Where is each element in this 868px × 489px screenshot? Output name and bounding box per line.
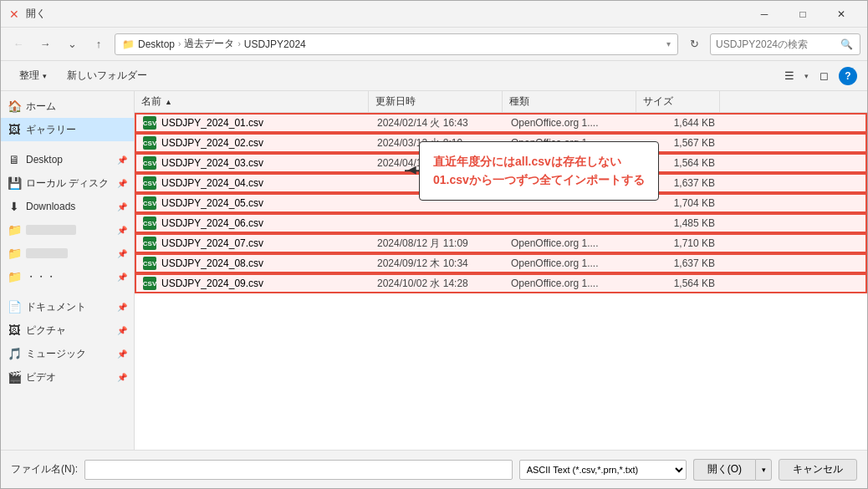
organize-label: 整理 — [19, 69, 39, 83]
title-bar: ✕ 開く ─ □ ✕ — [1, 1, 867, 28]
sidebar-item-home[interactable]: 🏠 ホーム — [1, 94, 134, 118]
sidebar: 🏠 ホーム 🖼 ギャラリー 🖥 Desktop 📌 💾 ローカル ディスク 📌 … — [1, 91, 135, 450]
view-list-button[interactable]: ☰ — [778, 65, 801, 87]
file-date-cell: 2024/02/14 火 16:43 — [370, 116, 504, 130]
csv-icon: CSV — [143, 257, 156, 270]
documents-icon: 📄 — [8, 300, 21, 313]
col-header-type[interactable]: 種類 — [503, 91, 636, 112]
sidebar-item-documents[interactable]: 📄 ドキュメント 📌 — [1, 295, 134, 318]
file-name-text: USDJPY_2024_07.csv — [161, 237, 263, 249]
file-name-cell: CSV USDJPY_2024_07.csv — [136, 237, 370, 250]
file-name-cell: CSV USDJPY_2024_02.csv — [136, 136, 370, 150]
pane-button[interactable]: ◻ — [812, 65, 835, 87]
toolbar-right: ☰ ▾ ◻ ? — [778, 65, 857, 87]
address-breadcrumb[interactable]: 📁 Desktop › 過去データ › USDJPY2024 ▾ — [115, 33, 678, 55]
file-type-cell: OpenOffice.org 1.... — [504, 117, 638, 129]
dropdown-button[interactable]: ⌄ — [61, 33, 83, 55]
sidebar-label-localdisk: ローカル ディスク — [26, 176, 109, 191]
pin-desktop-icon: 📌 — [117, 155, 127, 165]
sidebar-label-downloads: Downloads — [26, 201, 75, 212]
forward-button[interactable]: → — [34, 33, 56, 55]
sidebar-label-documents: ドキュメント — [26, 300, 86, 314]
home-icon: 🏠 — [8, 99, 21, 113]
sidebar-item-pictures[interactable]: 🖼 ピクチャ 📌 — [1, 318, 134, 342]
pin-documents-icon: 📌 — [117, 303, 127, 312]
sort-icon: ▲ — [165, 98, 172, 106]
close-button[interactable]: ✕ — [822, 1, 860, 28]
sidebar-item-music[interactable]: 🎵 ミュージック 📌 — [1, 342, 134, 365]
file-name-cell: CSV USDJPY_2024_04.csv — [136, 176, 370, 190]
open-button[interactable]: 開く(O) — [693, 459, 755, 481]
filetype-select[interactable]: ASCII Text (*.csv,*.prn,*.txt) — [519, 460, 687, 480]
table-row[interactable]: CSV USDJPY_2024_06.csv 1,485 KB — [135, 213, 867, 233]
minimize-button[interactable]: ─ — [745, 1, 784, 28]
sidebar-item-desktop[interactable]: 🖥 Desktop 📌 — [1, 148, 134, 171]
sidebar-item-downloads[interactable]: ⬇ Downloads 📌 — [1, 195, 134, 218]
open-file-dialog: ✕ 開く ─ □ ✕ ← → ⌄ ↑ 📁 Desktop › 過去データ › U… — [0, 0, 868, 489]
desktop-icon: 🖥 — [8, 153, 21, 166]
open-dropdown-button[interactable]: ▾ — [755, 459, 772, 481]
file-name-cell: CSV USDJPY_2024_01.csv — [136, 116, 370, 130]
csv-icon: CSV — [143, 116, 156, 130]
sidebar-item-folder2[interactable]: 📁 📌 — [1, 242, 134, 265]
file-size-cell: 1,637 KB — [638, 257, 722, 269]
bottom-bar: ファイル名(N): ASCII Text (*.csv,*.prn,*.txt)… — [1, 450, 867, 488]
pictures-icon: 🖼 — [8, 323, 21, 337]
localdisk-icon: 💾 — [8, 176, 21, 190]
window-controls: ─ □ ✕ — [745, 1, 860, 28]
toolbar: 整理 ▾ 新しいフォルダー ☰ ▾ ◻ ? — [1, 61, 867, 91]
file-name-cell: CSV USDJPY_2024_03.csv — [136, 156, 370, 170]
callout-line1: 直近年度分にはall.csvは存在しない — [433, 152, 645, 171]
sidebar-item-folder1[interactable]: 📁 📌 — [1, 218, 134, 242]
file-name-cell: CSV USDJPY_2024_09.csv — [136, 277, 370, 290]
col-header-date[interactable]: 更新日時 — [369, 91, 503, 112]
pin-music-icon: 📌 — [117, 349, 127, 359]
file-name-text: USDJPY_2024_08.csv — [161, 257, 263, 269]
search-box[interactable]: 🔍 — [710, 33, 860, 55]
pin-pictures-icon: 📌 — [117, 326, 127, 335]
folder1-icon: 📁 — [8, 223, 21, 237]
filename-label: ファイル名(N): — [11, 462, 78, 476]
pin-folder3-icon: 📌 — [117, 273, 127, 282]
cancel-button[interactable]: キャンセル — [779, 459, 857, 481]
refresh-button[interactable]: ↻ — [683, 33, 705, 55]
videos-icon: 🎬 — [8, 370, 21, 384]
table-row[interactable]: CSV USDJPY_2024_08.csv 2024/09/12 木 10:3… — [135, 253, 867, 273]
csv-icon: CSV — [143, 136, 156, 150]
organize-button[interactable]: 整理 ▾ — [11, 65, 55, 87]
breadcrumb-data: 過去データ — [184, 37, 234, 51]
sidebar-label-videos: ビデオ — [26, 370, 56, 385]
sidebar-item-videos[interactable]: 🎬 ビデオ 📌 — [1, 365, 134, 389]
open-button-group: 開く(O) ▾ — [693, 459, 772, 481]
file-size-cell: 1,644 KB — [638, 117, 722, 129]
sidebar-item-folder3[interactable]: 📁 ・・・ 📌 — [1, 265, 134, 288]
csv-icon: CSV — [143, 237, 156, 250]
table-row[interactable]: CSV USDJPY_2024_07.csv 2024/08/12 月 11:0… — [135, 233, 867, 253]
up-button[interactable]: ↑ — [88, 33, 110, 55]
new-folder-button[interactable]: 新しいフォルダー — [59, 65, 156, 87]
file-name-text: USDJPY_2024_09.csv — [161, 278, 263, 289]
file-name-text: USDJPY_2024_04.csv — [161, 177, 263, 189]
file-date-cell: 2024/09/12 木 10:34 — [370, 257, 504, 271]
search-input[interactable] — [716, 38, 833, 50]
col-header-size[interactable]: サイズ — [636, 91, 720, 112]
file-date-cell: 2024/10/02 水 14:28 — [370, 277, 504, 291]
help-button[interactable]: ? — [839, 67, 857, 85]
filename-input[interactable] — [84, 460, 513, 480]
back-button[interactable]: ← — [8, 33, 29, 55]
sidebar-item-gallery[interactable]: 🖼 ギャラリー — [1, 118, 134, 141]
csv-icon: CSV — [143, 176, 156, 190]
sidebar-label-folder2 — [26, 248, 68, 258]
file-type-cell: OpenOffice.org 1.... — [504, 237, 638, 249]
file-name-text: USDJPY_2024_03.csv — [161, 157, 263, 169]
sidebar-label-folder1 — [26, 225, 76, 235]
table-row[interactable]: CSV USDJPY_2024_01.csv 2024/02/14 火 16:4… — [135, 113, 867, 133]
col-type-label: 種類 — [509, 94, 529, 109]
table-row[interactable]: CSV USDJPY_2024_09.csv 2024/10/02 水 14:2… — [135, 273, 867, 293]
col-header-name[interactable]: 名前 ▲ — [135, 91, 369, 112]
maximize-button[interactable]: □ — [784, 1, 822, 28]
pin-videos-icon: 📌 — [117, 373, 127, 382]
sidebar-item-localdisk[interactable]: 💾 ローカル ディスク 📌 — [1, 171, 134, 195]
csv-icon: CSV — [143, 196, 156, 210]
main-content: 🏠 ホーム 🖼 ギャラリー 🖥 Desktop 📌 💾 ローカル ディスク 📌 … — [1, 91, 867, 450]
